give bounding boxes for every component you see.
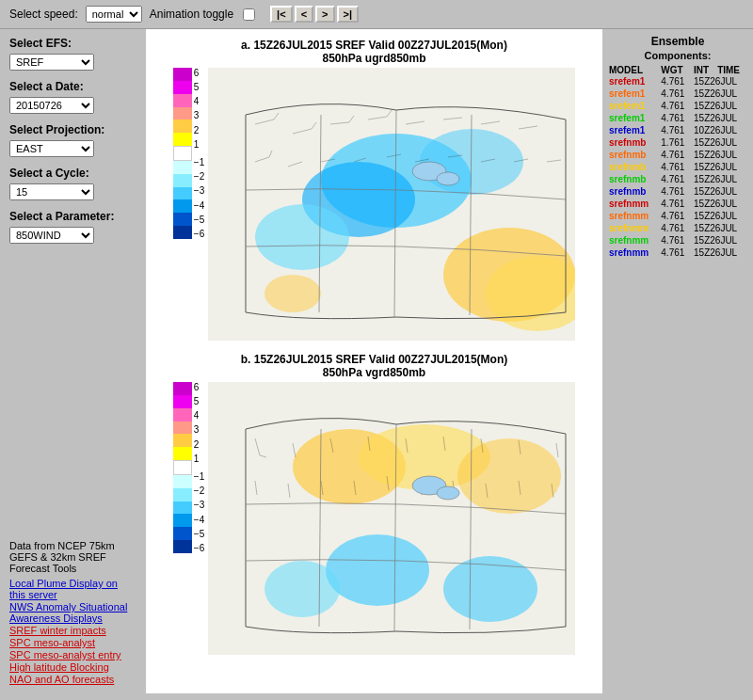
- top-bar: Select speed: slow normal fast Animation…: [0, 0, 753, 29]
- sidebar-footer: Data from NCEP 75km GEFS & 32km SREF For…: [9, 540, 136, 686]
- ensemble-row: srefnmm 4.761 15Z26JUL: [607, 247, 748, 259]
- ensemble-row: srefem1 4.761 15Z26JUL: [607, 112, 748, 124]
- ensemble-row: srefem1 4.761 15Z26JUL: [607, 75, 748, 88]
- efs-label: Select EFS:: [9, 37, 136, 50]
- ensemble-model: srefnmm: [607, 234, 659, 247]
- projection-label: Select Projection:: [9, 123, 136, 136]
- ensemble-wgt: 4.761: [659, 198, 692, 210]
- ensemble-model: srefnmm: [607, 247, 659, 259]
- nav-last[interactable]: >|: [337, 6, 360, 23]
- svg-point-36: [457, 438, 561, 514]
- map-a-svg: [208, 68, 575, 341]
- svg-point-32: [437, 172, 459, 185]
- ensemble-int: 15Z26JUL: [692, 247, 748, 259]
- speed-select[interactable]: slow normal fast: [86, 6, 142, 23]
- ensemble-wgt: 4.761: [659, 247, 692, 259]
- color-scale-a: 6 5 4 3 2 1 −1 −2 −3 −4 −5 −6: [173, 68, 204, 239]
- ensemble-int: 15Z26JUL: [692, 173, 748, 185]
- color-scale-b: 6 5 4 3 2 1 −1 −2 −3 −4 −5 −6: [173, 382, 204, 553]
- link-sref-winter[interactable]: SREF winter impacts: [9, 625, 136, 636]
- date-select[interactable]: 20150726: [9, 97, 94, 114]
- ensemble-wgt: 4.761: [659, 124, 692, 136]
- ensemble-row: srefnmb 4.761 15Z26JUL: [607, 185, 748, 198]
- ensemble-row: srefnmb 4.761 15Z26JUL: [607, 161, 748, 173]
- ensemble-int: 15Z26JUL: [692, 234, 748, 247]
- ensemble-wgt: 4.761: [659, 75, 692, 88]
- ensemble-wgt: 4.761: [659, 88, 692, 100]
- ensemble-wgt: 1.761: [659, 136, 692, 149]
- map-a-container[interactable]: [208, 68, 575, 343]
- ensemble-wgt: 4.761: [659, 161, 692, 173]
- col-wgt: WGT: [659, 65, 692, 75]
- ensemble-int: 15Z26JUL: [692, 100, 748, 112]
- svg-point-38: [264, 561, 340, 617]
- cycle-select[interactable]: 00030609 12151821: [9, 183, 94, 200]
- map-a-row: 6 5 4 3 2 1 −1 −2 −3 −4 −5 −6: [173, 68, 575, 343]
- param-select[interactable]: 850WIND 500HGT PMSL PWAT: [9, 227, 94, 244]
- ensemble-wgt: 4.761: [659, 173, 692, 185]
- map-a-title: a. 15Z26JUL2015 SREF Valid 00Z27JUL2015(…: [173, 39, 575, 65]
- ensemble-model: srefem1: [607, 124, 659, 136]
- main-layout: Select EFS: SREF GEFS Select a Date: 201…: [0, 29, 753, 693]
- param-label: Select a Parameter:: [9, 210, 136, 223]
- date-label: Select a Date:: [9, 80, 136, 93]
- sidebar: Select EFS: SREF GEFS Select a Date: 201…: [0, 29, 146, 693]
- ensemble-table: MODEL WGT INT TIME srefem1 4.761 15Z26JU…: [607, 65, 748, 259]
- link-spc-meso[interactable]: SPC meso-analyst: [9, 637, 136, 648]
- ensemble-int: 15Z26JUL: [692, 112, 748, 124]
- ensemble-model: srefnmb: [607, 149, 659, 161]
- ensemble-title: Ensemble: [607, 35, 748, 48]
- ensemble-row: srefnmb 4.761 15Z26JUL: [607, 173, 748, 185]
- map-b-container[interactable]: [208, 382, 575, 658]
- ensemble-model: srefnmb: [607, 185, 659, 198]
- link-nao-ao[interactable]: NAO and AO forecasts: [9, 674, 136, 685]
- ensemble-int: 15Z26JUL: [692, 161, 748, 173]
- link-local-plume[interactable]: Local Plume Display on this server: [9, 578, 136, 600]
- ensemble-wgt: 4.761: [659, 112, 692, 124]
- svg-point-39: [443, 556, 537, 622]
- ensemble-int: 10Z26JUL: [692, 124, 748, 136]
- anim-label: Animation toggle: [150, 8, 233, 21]
- ensemble-row: srefem1 4.761 10Z26JUL: [607, 124, 748, 136]
- nav-prev[interactable]: <: [295, 6, 313, 23]
- col-int: INT: [692, 65, 715, 75]
- ensemble-row: srefnmb 4.761 15Z26JUL: [607, 149, 748, 161]
- ensemble-model: srefnmm: [607, 210, 659, 222]
- ensemble-wgt: 4.761: [659, 185, 692, 198]
- ensemble-int: 15Z26JUL: [692, 149, 748, 161]
- ensemble-int: 15Z26JUL: [692, 88, 748, 100]
- efs-select[interactable]: SREF GEFS: [9, 54, 94, 71]
- ensemble-int: 15Z26JUL: [692, 198, 748, 210]
- link-nws-anomaly[interactable]: NWS Anomaly Situational Awareness Displa…: [9, 601, 136, 624]
- ensemble-wgt: 4.761: [659, 149, 692, 161]
- ensemble-model: srefem1: [607, 100, 659, 112]
- ensemble-row: srefnmm 4.761 15Z26JUL: [607, 198, 748, 210]
- ensemble-wgt: 4.761: [659, 234, 692, 247]
- ensemble-row: srefem1 4.761 15Z26JUL: [607, 88, 748, 100]
- svg-point-7: [264, 275, 321, 312]
- right-panel: Ensemble Components: MODEL WGT INT TIME …: [602, 29, 753, 693]
- ensemble-int: 15Z26JUL: [692, 222, 748, 234]
- ensemble-row: srefnmm 4.761 15Z26JUL: [607, 234, 748, 247]
- ensemble-wgt: 4.761: [659, 210, 692, 222]
- link-high-lat[interactable]: High latitude Blocking: [9, 661, 136, 673]
- map-a-section: a. 15Z26JUL2015 SREF Valid 00Z27JUL2015(…: [173, 39, 575, 343]
- ensemble-wgt: 4.761: [659, 100, 692, 112]
- link-spc-meso-entry[interactable]: SPC meso-analyst entry: [9, 649, 136, 660]
- col-time: TIME: [715, 65, 748, 75]
- center-content: a. 15Z26JUL2015 SREF Valid 00Z27JUL2015(…: [146, 29, 602, 693]
- ensemble-model: srefnmm: [607, 222, 659, 234]
- anim-toggle[interactable]: [243, 8, 255, 21]
- svg-point-3: [255, 204, 349, 270]
- svg-point-37: [326, 534, 429, 606]
- map-b-svg: [208, 382, 575, 655]
- nav-buttons: |< < > >|: [270, 6, 359, 23]
- projection-select[interactable]: EAST WEST CONUS: [9, 140, 94, 157]
- col-model: MODEL: [607, 65, 659, 75]
- ensemble-model: srefem1: [607, 75, 659, 88]
- ensemble-int: 15Z26JUL: [692, 136, 748, 149]
- ensemble-model: srefnmm: [607, 198, 659, 210]
- nav-next[interactable]: >: [315, 6, 334, 23]
- map-b-section: b. 15Z26JUL2015 SREF Valid 00Z27JUL2015(…: [173, 353, 575, 658]
- nav-first[interactable]: |<: [270, 6, 293, 23]
